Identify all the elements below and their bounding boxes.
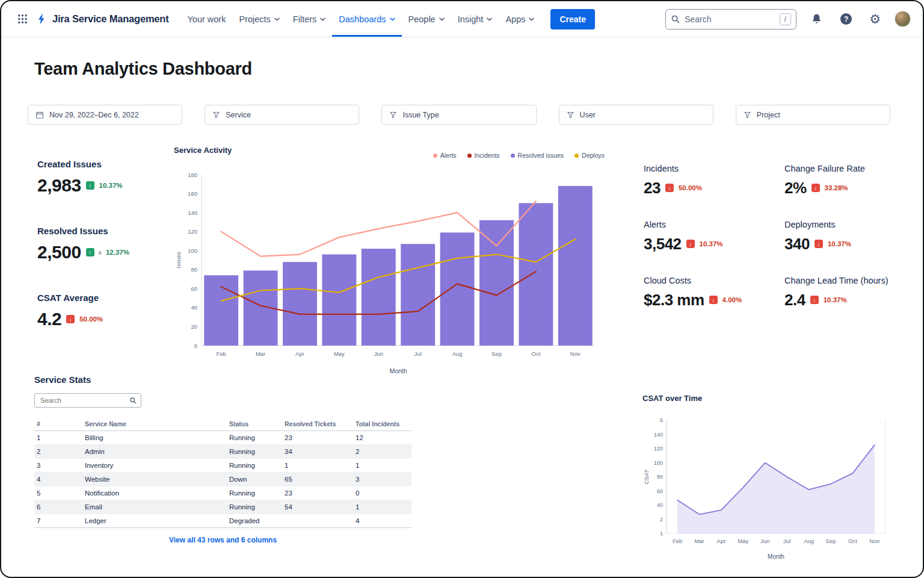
nav-item-projects[interactable]: Projects [232,1,286,37]
legend-dot-icon [467,154,472,158]
svg-text:120: 120 [654,446,663,452]
table-cell: 2 [353,445,411,459]
user-avatar[interactable] [895,11,911,27]
filter-project[interactable]: Project [736,105,890,125]
chevron-down-icon [320,17,325,21]
table-cell: 23 [282,486,353,500]
trend-down-badge-icon: ↓ [810,296,819,304]
table-row-billing[interactable]: 1BillingRunning2312 [34,431,411,445]
nav-item-people[interactable]: People [402,1,451,37]
table-cell: 4 [34,473,82,486]
kpi-percent: 50.00% [79,315,103,323]
nav-item-label: Dashboards [339,14,386,24]
nav-item-dashboards[interactable]: Dashboards [332,1,401,37]
table-cell: Running [227,459,282,473]
chevron-down-icon [390,17,395,21]
table-cell: 0 [353,486,411,500]
table-row-admin[interactable]: 2AdminRunning342 [34,445,411,459]
table-cell: 54 [282,500,353,514]
trend-up-badge-icon: ↑ [86,248,94,256]
svg-text:May: May [334,350,345,357]
primary-nav: Your work Projects Filters Dashboards Pe… [181,1,541,37]
filter-user[interactable]: User [559,105,713,125]
create-button[interactable]: Create [550,9,595,30]
kpi-alerts: Alerts 3,542 ↓ 10.37% [644,220,784,252]
svg-text:Mar: Mar [694,538,704,544]
filter-issue-type[interactable]: Issue Type [381,105,536,125]
table-cell: 3 [34,459,82,473]
trend-up-badge-icon: ↑ [86,181,94,190]
nav-item-insight[interactable]: Insight [451,1,499,37]
svg-text:Feb: Feb [217,350,226,357]
filter-date-range[interactable]: Nov 29, 2022–Dec 6, 2022 [28,105,182,125]
notifications-button[interactable] [807,9,827,29]
kpi-percent: 10.37% [824,296,847,303]
table-cell: Website [82,473,227,486]
legend-item-resolved-issues[interactable]: Resolved issues [511,152,564,159]
settings-button[interactable]: ⚙ [866,9,884,29]
svg-text:Nov: Nov [869,538,879,544]
filter-label: Project [757,111,780,119]
nav-item-label: People [408,14,436,24]
legend-item-deploys[interactable]: Deploys [574,152,605,159]
legend-dot-icon [433,154,437,158]
app-logo[interactable]: Jira Service Management [35,13,169,25]
filter-label: Service [226,111,251,119]
global-search-input[interactable]: Search / [665,9,796,30]
kpi-change-failure-rate: Change Failure Rate 2% ↓ 33.28% [784,164,911,196]
table-search[interactable] [34,393,141,408]
service-stats-table: #Service NameStatusResolved TicketsTotal… [34,417,411,528]
table-cell: 7 [34,514,82,528]
legend-item-incidents[interactable]: Incidents [467,152,500,159]
nav-item-your-work[interactable]: Your work [181,1,233,37]
search-icon [129,397,137,404]
column-header-service-name: Service Name [82,417,227,431]
table-cell: 4 [353,514,411,528]
table-cell: Running [227,486,282,500]
app-grid-icon [17,13,28,25]
kpi-value: 2.4 [784,292,805,308]
table-row-notification[interactable]: 5NotificationRunning230 [34,486,411,500]
kpi-value: 340 [784,236,810,252]
kpi-created-issues: Created Issues 2,983 ↑ 10.37% [37,159,129,194]
bell-icon [810,13,823,25]
kpi-value: 2,983 [37,176,81,194]
svg-text:80: 80 [657,474,663,480]
kpi-cloud-costs: Cloud Costs $2.3 mm ↓ 4.00% [644,276,784,308]
app-switcher-button[interactable] [13,10,32,28]
column-header-total-incidents: Total Incidents [353,417,411,431]
help-button[interactable]: ? [837,10,855,28]
table-cell: 3 [353,473,411,486]
legend-label: Resolved issues [518,152,564,159]
svg-text:140: 140 [654,432,663,438]
svg-text:Jul: Jul [414,350,422,357]
filter-icon [389,111,397,119]
kpi-incidents: Incidents 23 ↓ 50.00% [644,164,784,196]
nav-item-apps[interactable]: Apps [499,1,541,37]
filters-row: Nov 29, 2022–Dec 6, 2022 Service Issue T… [28,105,890,125]
filter-label: Issue Type [402,111,439,119]
nav-item-label: Insight [458,14,484,24]
filter-label: Nov 29, 2022–Dec 6, 2022 [49,111,139,119]
filter-icon [212,111,220,119]
svg-text:Month: Month [768,553,784,560]
svg-text:Jul: Jul [783,538,790,544]
column-header-resolved-tickets: Resolved Tickets [282,417,353,431]
legend-item-alerts[interactable]: Alerts [433,152,457,159]
nav-item-filters[interactable]: Filters [286,1,332,37]
table-row-email[interactable]: 6EmailRunning541 [34,500,411,514]
kpi-change-lead-time-hours: Change Lead Time (hours) 2.4 ↓ 10.37% [784,276,911,308]
kpi-deployments: Deployments 340 ↓ 10.37% [784,220,911,252]
filter-service[interactable]: Service [205,105,359,125]
kpi-title: Created Issues [37,159,129,169]
table-cell: 2 [34,445,82,459]
table-row-ledger[interactable]: 7LedgerDegraded4 [34,514,411,528]
trend-down-badge-icon: ↓ [709,296,718,304]
svg-text:Feb: Feb [673,538,682,544]
table-row-website[interactable]: 4WebsiteDown653 [34,473,411,486]
kpi-title: Deployments [784,220,911,229]
table-row-inventory[interactable]: 3InventoryRunning11 [34,459,411,473]
table-search-input[interactable] [39,396,126,405]
view-all-link[interactable]: View all 43 rows and 6 columns [34,536,411,544]
table-cell: 6 [34,500,82,514]
